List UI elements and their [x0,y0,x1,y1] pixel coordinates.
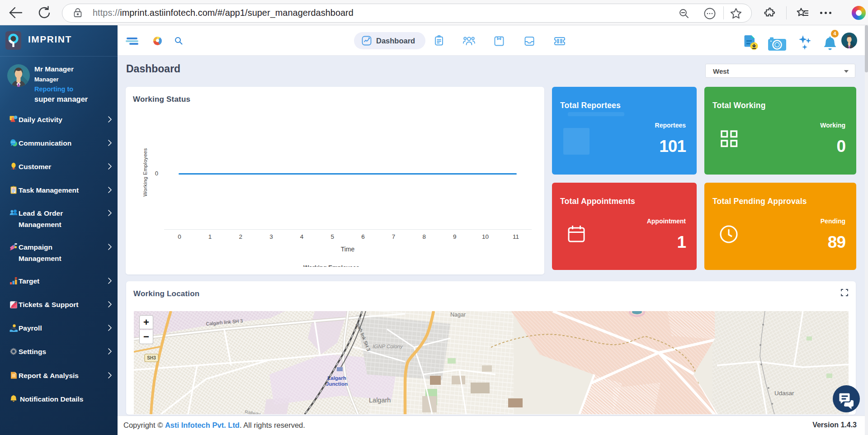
svg-text:Junction: Junction [326,381,348,387]
svg-text:SH3: SH3 [147,355,156,360]
svg-text:Lalgarh: Lalgarh [327,375,346,381]
svg-text:Udasar: Udasar [774,390,794,397]
svg-text:IGNP Colony: IGNP Colony [373,344,403,349]
svg-text:Lalgarh: Lalgarh [369,397,391,404]
svg-text:Nagar: Nagar [450,312,466,318]
